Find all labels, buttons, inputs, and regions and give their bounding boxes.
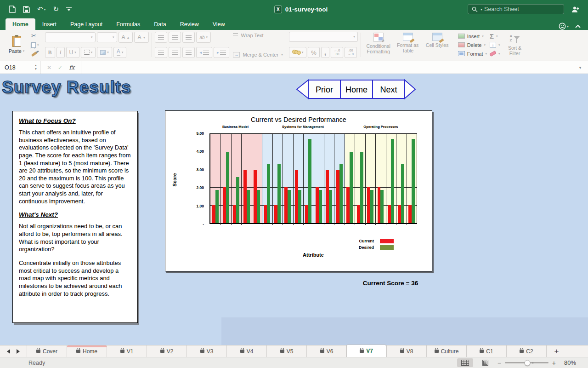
align-right-button[interactable] [182, 47, 195, 58]
sheet-tab-v5[interactable]: V5 [266, 345, 306, 357]
sheet-tab-v7[interactable]: V7 [346, 345, 386, 357]
wrap-text-button[interactable]: Wrap Text [233, 32, 283, 39]
decrease-font-button[interactable]: A▼ [134, 32, 149, 43]
sheet-tab-c2[interactable]: C2 [506, 345, 546, 357]
format-cells-button[interactable]: Format▾ [458, 49, 487, 58]
format-painter-button[interactable] [31, 51, 39, 58]
next-arrow-shape[interactable] [405, 80, 415, 98]
sheet-tab-cover[interactable]: Cover [27, 345, 67, 357]
prior-label[interactable]: Prior [316, 85, 333, 94]
align-top-button[interactable] [155, 32, 167, 43]
redo-icon[interactable]: ↻ [53, 5, 59, 13]
formula-input[interactable] [81, 61, 572, 74]
format-as-table-button[interactable]: Format as Table [393, 32, 423, 58]
align-left-button[interactable] [155, 47, 167, 58]
search-scope-caret[interactable]: ▾ [481, 7, 482, 12]
font-size-select[interactable]: ▾ [97, 32, 117, 42]
undo-caret[interactable]: ▾ [44, 7, 46, 12]
ribbon-tab-data[interactable]: Data [147, 18, 173, 30]
sheet-tab-v2[interactable]: V2 [147, 345, 187, 357]
formula-bar-expand-caret[interactable]: ▾ [572, 61, 588, 74]
accounting-format-button[interactable]: ▾ [289, 47, 307, 58]
enter-icon[interactable]: ✓ [58, 64, 62, 71]
cell-styles-button[interactable]: Cell Styles [423, 32, 452, 58]
paste-button[interactable]: Paste▾ [5, 32, 28, 58]
comma-style-button[interactable]: , [321, 47, 329, 58]
page-layout-view-button[interactable] [478, 358, 493, 367]
decrease-indent-button[interactable]: ◂ [196, 47, 212, 58]
insert-function-icon[interactable]: fx [69, 64, 74, 71]
feedback-caret[interactable]: ▾ [567, 24, 569, 29]
bold-button[interactable]: B [45, 47, 55, 58]
new-document-icon[interactable] [9, 6, 16, 13]
normal-view-button[interactable] [457, 358, 473, 367]
zoom-slider[interactable] [505, 362, 548, 363]
status-ready-label: Ready [0, 360, 45, 366]
percent-style-button[interactable]: % [308, 47, 320, 58]
font-name-select[interactable]: ▾ [45, 32, 96, 42]
underline-button[interactable]: U▾ [66, 47, 79, 58]
chart-section-label-1: Systems for Management [261, 125, 345, 129]
zoom-level-label[interactable]: 80% [560, 359, 576, 366]
ribbon-tab-review[interactable]: Review [173, 18, 206, 30]
feedback-smiley-icon[interactable]: ▾ [559, 23, 569, 30]
sheet-tab-culture[interactable]: Culture [426, 345, 466, 357]
align-bottom-button[interactable] [182, 32, 195, 43]
align-middle-icon [172, 35, 178, 40]
worksheet[interactable]: Survey Results Prior Home Next What to F… [0, 74, 588, 345]
cancel-icon[interactable]: ✕ [47, 64, 51, 71]
search-input[interactable]: ▾ Search Sheet [468, 4, 564, 14]
sheet-tab-home[interactable]: Home [67, 345, 107, 357]
delete-cells-button[interactable]: Delete▾ [458, 40, 487, 49]
home-label[interactable]: Home [345, 85, 368, 94]
undo-icon[interactable]: ↶▾ [37, 5, 46, 13]
borders-button[interactable]: ▾ [81, 47, 96, 58]
insert-cells-button[interactable]: Insert▾ [458, 32, 487, 40]
fill-color-button[interactable]: ▾ [97, 47, 112, 58]
zoom-out-icon[interactable]: − [498, 360, 501, 366]
zoom-in-icon[interactable]: + [552, 360, 556, 366]
fill-button[interactable]: ↓▾ [490, 40, 500, 49]
orientation-button[interactable]: ab▾ [196, 32, 211, 43]
customize-toolbar-icon[interactable] [66, 7, 72, 12]
cut-button[interactable]: ✂ [31, 32, 39, 39]
sheet-tab-c1[interactable]: C1 [466, 345, 506, 357]
align-center-button[interactable] [169, 47, 181, 58]
save-icon[interactable] [23, 6, 30, 13]
sheet-tab-v6[interactable]: V6 [306, 345, 346, 357]
sort-filter-button[interactable]: A Z Sort & Filter [503, 32, 527, 58]
clear-button[interactable]: ▾ [490, 49, 500, 58]
ribbon-tab-page-layout[interactable]: Page Layout [63, 18, 109, 30]
share-icon[interactable] [571, 6, 580, 13]
conditional-formatting-button[interactable]: ≠ Conditional Formatting [364, 32, 393, 58]
y-tick-label: - [203, 222, 204, 226]
merge-center-button[interactable]: ↔ Merge & Center ▾ [233, 51, 283, 58]
sheet-tab-v3[interactable]: V3 [187, 345, 226, 357]
next-label[interactable]: Next [380, 85, 397, 94]
scroll-tabs-left-icon[interactable] [7, 349, 10, 354]
copy-button[interactable]: ▾ [31, 41, 39, 48]
sheet-tab-v8[interactable]: V8 [386, 345, 426, 357]
name-box[interactable]: O18 ▲▼ [0, 61, 40, 74]
increase-indent-button[interactable]: ▸ [214, 47, 230, 58]
ribbon-tab-view[interactable]: View [206, 18, 232, 30]
align-middle-button[interactable] [169, 32, 181, 43]
prior-arrow-shape[interactable] [297, 80, 308, 98]
autosum-button[interactable]: Σ▾ [490, 32, 500, 40]
ribbon-tab-formulas[interactable]: Formulas [109, 18, 147, 30]
sheet-tab-v1[interactable]: V1 [107, 345, 147, 357]
increase-decimal-button[interactable]: ←.0 .00 [331, 47, 343, 58]
number-format-select[interactable]: ▾ [289, 32, 358, 42]
italic-button[interactable]: I [57, 47, 65, 58]
name-box-spinner[interactable]: ▲▼ [34, 64, 37, 70]
ribbon-tab-home[interactable]: Home [6, 18, 35, 30]
collapse-ribbon-icon[interactable] [575, 24, 581, 28]
add-sheet-button[interactable]: + [546, 345, 566, 357]
ribbon-tab-insert[interactable]: Insert [35, 18, 63, 30]
increase-font-button[interactable]: A▲ [119, 32, 133, 43]
scroll-tabs-right-icon[interactable] [17, 349, 20, 354]
zoom-slider-thumb[interactable] [525, 360, 531, 366]
decrease-decimal-button[interactable]: .00 →.0 [345, 47, 357, 58]
font-color-button[interactable]: A▾ [113, 47, 127, 58]
sheet-tab-v4[interactable]: V4 [226, 345, 266, 357]
